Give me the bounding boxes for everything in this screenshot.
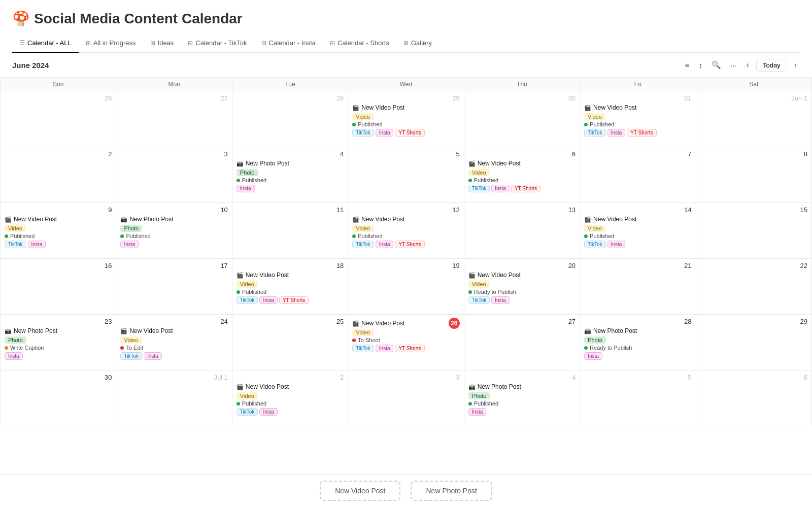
calendar-cell-3-2: 18🎬New Video PostVideoPublishedTikTokIns…: [232, 259, 348, 315]
calendar-event[interactable]: 📸New Photo PostPhotoPublishedInsta: [120, 216, 227, 248]
platform-tag: Insta: [5, 352, 23, 360]
platform-tag: YT Shorts: [395, 345, 424, 352]
status-dot: [468, 179, 472, 182]
day-number: 13: [468, 206, 576, 214]
tab-icon-calendar-tiktok: ⊟: [188, 40, 193, 47]
platform-tags: TikTokInstaYT Shorts: [352, 241, 459, 248]
search-icon[interactable]: 🔍: [709, 58, 724, 72]
calendar-event[interactable]: 🎬New Video PostVideoPublishedTikTokInsta…: [352, 216, 459, 248]
event-title: 🎬New Video Post: [468, 272, 576, 279]
tab-calendar-all[interactable]: ☰Calendar - ALL: [12, 34, 79, 53]
platform-tag: Insta: [607, 241, 626, 248]
day-number: 28: [584, 318, 691, 325]
month-label: June 2024: [12, 61, 49, 70]
platform-tags: TikTokInsta: [584, 241, 691, 248]
day-number: 3: [352, 374, 459, 381]
calendar-event[interactable]: 📸New Photo PostPhotoReady to PublishInst…: [584, 327, 691, 360]
tab-label-ideas: Ideas: [158, 39, 174, 47]
sort-icon[interactable]: ↕: [696, 58, 705, 72]
calendar-event[interactable]: 🎬New Video PostVideoPublishedTikTokInsta: [584, 216, 691, 248]
calendar-event[interactable]: 🎬New Video PostVideoTo EditTikTokInsta: [120, 327, 227, 360]
event-emoji: 🎬: [468, 272, 476, 279]
day-number: 7: [584, 150, 691, 158]
tab-ideas[interactable]: ⊞Ideas: [143, 34, 181, 53]
calendar-cell-0-6: Jun 1: [696, 91, 811, 147]
tab-calendar-shorts[interactable]: ⊟Calendar - Shorts: [323, 34, 396, 53]
weekday-header-fri: Fri: [580, 78, 696, 91]
calendar-event[interactable]: 📸New Photo PostPhotoPublishedInsta: [468, 383, 576, 416]
platform-tags: TikTokInstaYT Shorts: [468, 185, 576, 192]
platform-tags: TikTokInsta: [236, 408, 344, 416]
calendar-cell-5-5: 5: [580, 370, 696, 426]
status-text: Published: [358, 233, 382, 239]
more-icon[interactable]: ···: [728, 58, 739, 72]
status-dot: [236, 402, 240, 405]
platform-tag: Insta: [468, 408, 487, 416]
calendar-cell-4-1: 24🎬New Video PostVideoTo EditTikTokInsta: [116, 315, 232, 370]
event-type-tag: Video: [352, 329, 374, 336]
calendar-event[interactable]: 🎬New Video PostVideoPublishedTikTokInsta: [5, 216, 112, 248]
day-number: 2: [236, 374, 344, 381]
event-title: 📸New Photo Post: [236, 160, 344, 167]
prev-month-button[interactable]: ‹: [743, 59, 752, 71]
status-text: Ready to Publish: [474, 289, 516, 295]
calendar-cell-0-3: 29🎬New Video PostVideoPublishedTikTokIns…: [348, 91, 464, 147]
tab-label-calendar-all: Calendar - ALL: [27, 39, 72, 47]
calendar-cell-5-1: Jul 1: [116, 370, 232, 426]
today-button[interactable]: Today: [756, 59, 787, 72]
calendar-event[interactable]: 🎬New Video PostVideoPublishedTikTokInsta…: [584, 104, 691, 137]
next-month-button[interactable]: ›: [791, 59, 800, 71]
event-status: Published: [236, 400, 344, 407]
filter-icon[interactable]: ≡: [683, 58, 692, 72]
status-text: Published: [590, 233, 614, 239]
day-number: 23: [5, 318, 112, 325]
event-title: 🎬New Video Post: [120, 327, 227, 334]
calendar-cell-4-5: 28📸New Photo PostPhotoReady to PublishIn…: [580, 315, 696, 370]
event-status: Write Caption: [5, 345, 112, 351]
calendar-event[interactable]: 🎬New Video PostVideoPublishedTikTokInsta…: [352, 104, 459, 137]
calendar-cell-1-0: 2: [1, 147, 116, 203]
platform-tags: Insta: [584, 352, 691, 360]
platform-tag: TikTok: [236, 408, 258, 416]
platform-tags: TikTokInsta: [468, 296, 576, 304]
platform-tags: Insta: [236, 185, 344, 192]
event-title: 🎬New Video Post: [584, 104, 691, 111]
calendar-cell-2-5: 14🎬New Video PostVideoPublishedTikTokIns…: [580, 203, 696, 259]
calendar-event[interactable]: 📸New Photo PostPhotoPublishedInsta: [236, 160, 344, 192]
calendar-event[interactable]: 🎬New Video PostVideoPublishedTikTokInsta…: [468, 160, 576, 192]
status-text: Published: [242, 400, 266, 407]
platform-tags: Insta: [5, 352, 112, 360]
platform-tag: TikTok: [352, 129, 374, 137]
tab-calendar-tiktok[interactable]: ⊟Calendar - TikTok: [181, 34, 254, 53]
tab-icon-all-in-progress: ⊞: [86, 40, 91, 47]
calendar-cell-0-0: 26: [1, 91, 116, 147]
day-number: 18: [236, 262, 344, 269]
tab-gallery[interactable]: ⊞Gallery: [396, 34, 439, 53]
event-title: 📸New Photo Post: [584, 327, 691, 334]
calendar-event[interactable]: 🎬New Video PostVideoReady to PublishTikT…: [468, 272, 576, 304]
day-number: 30: [5, 374, 112, 381]
platform-tag: Insta: [376, 129, 394, 137]
calendar-event[interactable]: 🎬New Video PostVideoPublishedTikTokInsta: [236, 383, 344, 416]
event-emoji: 🎬: [468, 160, 476, 167]
day-number: 21: [584, 262, 691, 269]
tab-icon-calendar-shorts: ⊟: [330, 40, 335, 47]
event-type-tag: Video: [584, 225, 605, 232]
calendar-cell-2-1: 10📸New Photo PostPhotoPublishedInsta: [116, 203, 232, 259]
day-number: 27: [120, 94, 227, 102]
calendar-event[interactable]: 🎬New Video PostVideoTo ShootTikTokInstaY…: [352, 320, 459, 352]
calendar-cell-2-3: 12🎬New Video PostVideoPublishedTikTokIns…: [348, 203, 464, 259]
calendar-event[interactable]: 🎬New Video PostVideoPublishedTikTokInsta…: [236, 272, 344, 304]
event-status: Published: [468, 177, 576, 183]
event-type-tag: Photo: [468, 392, 490, 399]
calendar-cell-0-5: 31🎬New Video PostVideoPublishedTikTokIns…: [580, 91, 696, 147]
page-title: Social Media Content Calendar: [34, 11, 243, 27]
tab-calendar-insta[interactable]: ⊟Calendar - Insta: [254, 34, 323, 53]
tab-icon-gallery: ⊞: [403, 40, 409, 47]
tab-all-in-progress[interactable]: ⊞All in Progress: [79, 34, 143, 53]
status-dot: [120, 234, 124, 238]
weekday-header-sat: Sat: [696, 78, 811, 91]
calendar-cell-5-3: 3: [348, 370, 464, 426]
calendar-cell-4-2: 25: [232, 315, 348, 370]
calendar-event[interactable]: 📸New Photo PostPhotoWrite CaptionInsta: [5, 327, 112, 360]
